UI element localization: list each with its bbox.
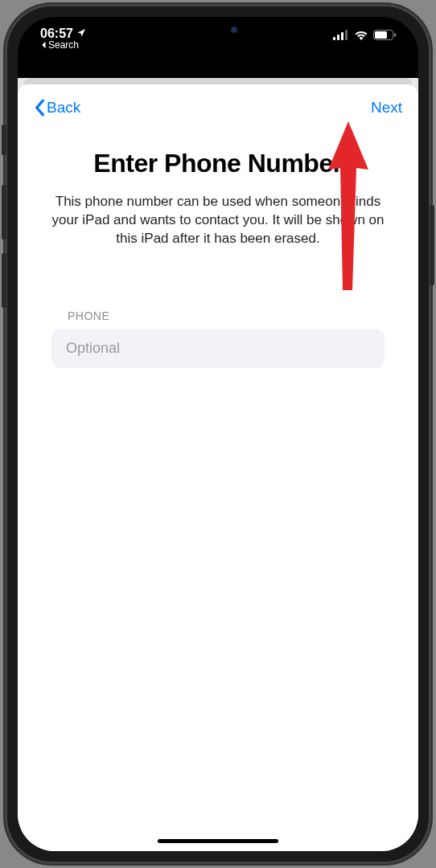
svg-rect-2 bbox=[341, 32, 343, 40]
next-button-label: Next bbox=[371, 99, 402, 116]
phone-frame: 06:57 Search bbox=[5, 4, 431, 864]
svg-rect-1 bbox=[337, 35, 339, 40]
next-button[interactable]: Next bbox=[371, 99, 402, 117]
content-area: Back Next Enter Phone Number This phone … bbox=[18, 78, 418, 851]
camera-dot bbox=[231, 27, 237, 33]
page-title: Enter Phone Number bbox=[37, 149, 399, 178]
back-button[interactable]: Back bbox=[34, 99, 80, 117]
navigation-bar: Back Next bbox=[18, 84, 418, 125]
phone-field-label: PHONE bbox=[51, 309, 385, 322]
main-content: Enter Phone Number This phone number can… bbox=[18, 125, 418, 368]
svg-rect-3 bbox=[345, 30, 348, 40]
svg-rect-6 bbox=[394, 33, 396, 37]
battery-icon bbox=[373, 30, 396, 40]
svg-rect-5 bbox=[375, 31, 387, 39]
back-to-app-breadcrumb[interactable]: Search bbox=[40, 39, 86, 51]
screen: 06:57 Search bbox=[18, 17, 418, 851]
page-description: This phone number can be used when someo… bbox=[37, 193, 399, 248]
volume-up-button bbox=[2, 185, 6, 240]
phone-input[interactable] bbox=[51, 329, 385, 368]
power-button bbox=[430, 205, 434, 285]
notch bbox=[130, 17, 306, 43]
cellular-signal-icon bbox=[333, 30, 349, 40]
breadcrumb-label: Search bbox=[48, 39, 79, 51]
silent-switch bbox=[2, 125, 6, 155]
volume-down-button bbox=[2, 253, 6, 308]
back-button-label: Back bbox=[47, 99, 80, 117]
home-indicator[interactable] bbox=[158, 839, 278, 843]
wifi-icon bbox=[354, 30, 368, 40]
modal-sheet: Back Next Enter Phone Number This phone … bbox=[18, 84, 418, 851]
form-section: PHONE bbox=[37, 309, 399, 368]
svg-rect-0 bbox=[333, 37, 335, 40]
